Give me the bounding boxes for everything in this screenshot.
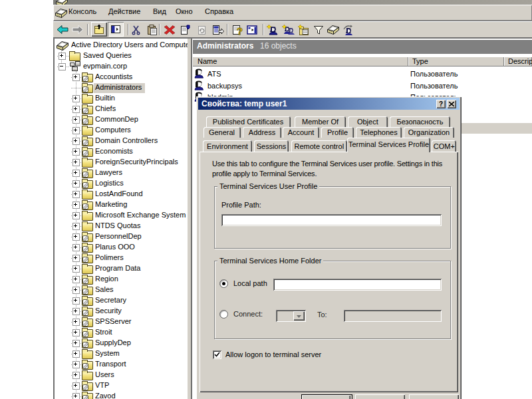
svg-text:?: ? [237, 25, 243, 36]
